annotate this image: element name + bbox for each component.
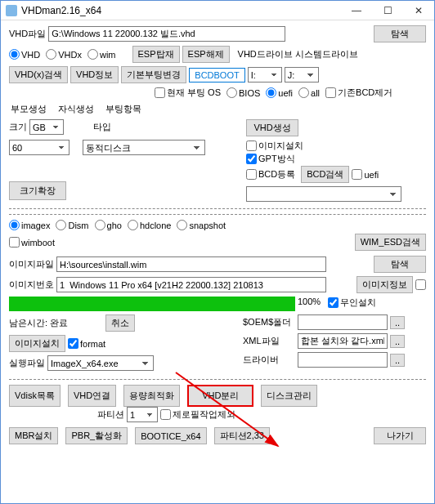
bootice-button[interactable]: BOOTICE_x64: [135, 427, 206, 444]
vhd-drive-label: VHD드라이브: [238, 48, 293, 60]
radio-vhd[interactable]: VHD: [9, 49, 40, 60]
imginfo-button[interactable]: 이미지정보: [357, 276, 413, 293]
hdclone-radio[interactable]: hdclone: [128, 220, 172, 230]
tab-boot-items[interactable]: 부팅항목: [104, 102, 143, 116]
snapshot-radio[interactable]: snapshot: [177, 220, 226, 230]
vhdfile-input[interactable]: [48, 26, 285, 42]
imgnum-label: 이미지번호: [9, 279, 54, 291]
minimize-button[interactable]: —: [341, 1, 372, 20]
zerofill-exclude-check[interactable]: 제로필작업제외: [160, 408, 235, 421]
wimboot-check[interactable]: wimboot: [9, 237, 55, 248]
oem-input[interactable]: [298, 314, 388, 330]
type-label: 타입: [93, 121, 111, 133]
driver-input[interactable]: [298, 352, 388, 368]
oem-browse-button[interactable]: ..: [390, 316, 405, 329]
xml-input[interactable]: [298, 333, 388, 349]
wim-esd-search-button[interactable]: WIM_ESD검색: [355, 234, 426, 251]
progress-bar: [9, 297, 295, 311]
bios-radio[interactable]: BIOS: [226, 87, 260, 98]
exit-button[interactable]: 나가기: [374, 427, 426, 444]
bcd-register-check[interactable]: BCD등록: [246, 168, 295, 181]
size-expand-button[interactable]: 크기확장: [9, 181, 66, 200]
radio-vhdx[interactable]: VHDx: [46, 49, 82, 60]
image-install-button[interactable]: 이미지설치: [9, 335, 65, 352]
size-unit-select[interactable]: GB: [29, 119, 64, 135]
pbr-activate-button[interactable]: PBR_활성화: [65, 427, 128, 444]
partition-label: 파티션: [97, 408, 124, 421]
gpt-check[interactable]: GPT방식: [246, 153, 295, 165]
uefi-check[interactable]: uefi: [352, 169, 379, 180]
vhd-info-button[interactable]: VHD정보: [70, 66, 119, 83]
remain-label: 남은시간:: [9, 317, 47, 329]
unattend-check[interactable]: 무인설치: [328, 297, 376, 309]
imagex-radio[interactable]: imagex: [9, 220, 50, 230]
size-label: 크기: [9, 121, 27, 133]
exec-select[interactable]: ImageX_x64.exe: [47, 355, 154, 371]
drive-j-select[interactable]: J:: [285, 67, 319, 83]
boot-change-button[interactable]: 기본부팅변경: [121, 66, 186, 83]
imginfo-check[interactable]: [415, 279, 426, 290]
maximize-button[interactable]: ☐: [372, 1, 403, 20]
type-value-select[interactable]: 동적디스크: [83, 140, 205, 155]
exec-label: 실행파일: [9, 357, 45, 369]
vhdx-search-button[interactable]: VHD(x)검색: [9, 66, 68, 83]
uefi-radio[interactable]: uefi: [266, 87, 293, 98]
radio-wim[interactable]: wim: [87, 49, 116, 60]
dism-radio[interactable]: Dism: [56, 220, 88, 230]
vhd-connect-button[interactable]: VHD연결: [68, 385, 116, 407]
mbr-install-button[interactable]: MBR설치: [9, 427, 58, 444]
vhd-split-button[interactable]: VHD분리: [187, 385, 253, 407]
driver-label: 드라이버: [243, 354, 295, 366]
bcdboot-button[interactable]: BCDBOOT: [189, 68, 244, 83]
xml-label: XML파일: [243, 335, 295, 347]
esp-unmount-button[interactable]: ESP해제: [182, 46, 230, 63]
partition-select[interactable]: 1: [127, 407, 158, 422]
optimize-button[interactable]: 용량최적화: [123, 385, 180, 407]
vhdfile-label: VHD파일: [9, 28, 46, 40]
size-value-select[interactable]: 60: [9, 140, 70, 155]
titlebar: VHDman2.16_x64 — ☐ ✕: [1, 1, 434, 20]
imgnum-input[interactable]: [56, 277, 326, 292]
oem-label: $OEM$폴더: [243, 316, 295, 328]
tab-parent-create[interactable]: 부모생성: [9, 102, 48, 116]
all-radio[interactable]: all: [298, 87, 320, 98]
progress-percent: 100%: [298, 297, 321, 306]
drive-i-select[interactable]: I:: [248, 67, 282, 83]
window-title: VHDman2.16_x64: [21, 5, 341, 16]
driver-browse-button[interactable]: ..: [390, 354, 405, 367]
gho-radio[interactable]: gho: [95, 220, 122, 230]
sys-drive-label: 시스템드라이브: [295, 48, 358, 60]
bcd-search-button[interactable]: BCD검색: [301, 166, 349, 183]
vdisk-list-button[interactable]: Vdisk목록: [9, 385, 61, 407]
vhd-create-button[interactable]: VHD생성: [246, 119, 298, 136]
disk-mgmt-button[interactable]: 디스크관리: [261, 385, 317, 407]
app-icon: [6, 5, 17, 16]
remain-value: 완료: [50, 317, 68, 329]
cancel-button[interactable]: 취소: [105, 314, 135, 332]
browse-vhd-button[interactable]: 탐색: [374, 25, 426, 42]
imgfile-input[interactable]: [56, 256, 326, 272]
imgfile-label: 이미지파일: [9, 258, 54, 270]
esp-mount-button[interactable]: ESP탑재: [132, 46, 180, 63]
remove-existing-bcd-check[interactable]: 기존BCD제거: [325, 87, 392, 99]
imgfile-browse-button[interactable]: 탐색: [374, 256, 426, 273]
xml-browse-button[interactable]: ..: [390, 335, 405, 348]
close-button[interactable]: ✕: [403, 1, 434, 20]
current-boot-os-check[interactable]: 현재 부팅 OS: [155, 87, 221, 99]
format-check[interactable]: format: [68, 338, 105, 349]
partition233-button[interactable]: 파티션2,33: [214, 427, 270, 444]
image-install-check[interactable]: 이미지설치: [246, 140, 303, 152]
bcd-path-select[interactable]: [246, 186, 401, 202]
tab-child-create[interactable]: 자식생성: [56, 102, 96, 116]
